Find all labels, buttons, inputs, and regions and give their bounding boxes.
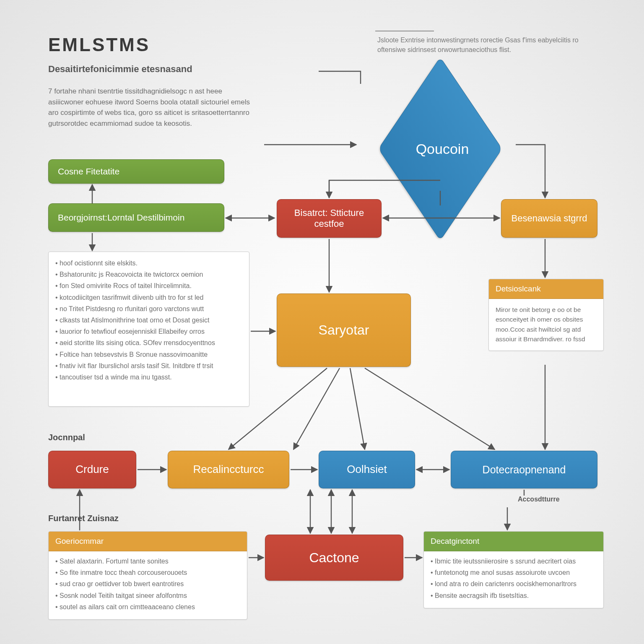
section-jocnnpal: Jocnnpal <box>48 433 85 442</box>
node-structure: Bisatrct: Stticture cestfoe <box>277 199 382 238</box>
decision-diamond-label: Qoucoin <box>369 126 516 172</box>
node-cosne: Cosne Fitetatite <box>48 159 224 184</box>
corner-note: Jsloote Exntrise intonwestingrnets rorec… <box>377 35 583 55</box>
panel-dets: Detsioslcank Miror te onit betorg e oo o… <box>488 279 604 351</box>
node-cactone: Cactone <box>265 535 403 581</box>
page-subtitle: Desaitirtefonicimmie etesnasand <box>48 64 192 75</box>
node-crdure: Crdure <box>48 451 136 488</box>
page-title: EMLSTMS <box>48 34 150 55</box>
node-dotec: Dotecraopnenand <box>451 451 597 488</box>
label-accost: Accosdtturre <box>518 496 560 503</box>
node-saryotar: Saryotar <box>277 293 411 367</box>
panel-left-bullets: Satel alaxtarin. Fortuml tante sonitesSo… <box>55 556 240 613</box>
node-recal: Recalinccturcc <box>168 451 289 488</box>
panel-right-bullets: Ibmic tite ieutssniierosire s ssrund aec… <box>431 556 597 601</box>
panel-dets-body: Miror te onit betorg e oo ot be esonceit… <box>489 299 603 351</box>
panel-left-header: Goeriocmmar <box>49 532 247 551</box>
panel-dets-header: Detsioslcank <box>489 279 603 299</box>
node-oolh: Oolhsiet <box>319 451 415 488</box>
node-besen: Besenawsia stgrrd <box>501 199 597 238</box>
divider <box>375 31 434 31</box>
section-furtanret: Furtanret Zuisnaz <box>48 514 119 523</box>
panel-right-header: Decatginctont <box>424 532 603 551</box>
intro-paragraph: 7 fortahe nhani tsentrtie tissitdhagnidi… <box>48 86 258 129</box>
panel-left: Goeriocmmar Satel alaxtarin. Fortuml tan… <box>48 531 247 620</box>
node-beorg: Beorgjoirnst:Lorntal Destilbimoin <box>48 203 224 232</box>
mid-bullets: hoof ocistionnt site elskits.Bshatorunit… <box>55 257 244 383</box>
panel-right: Decatginctont Ibmic tite ieutssniierosir… <box>423 531 604 608</box>
